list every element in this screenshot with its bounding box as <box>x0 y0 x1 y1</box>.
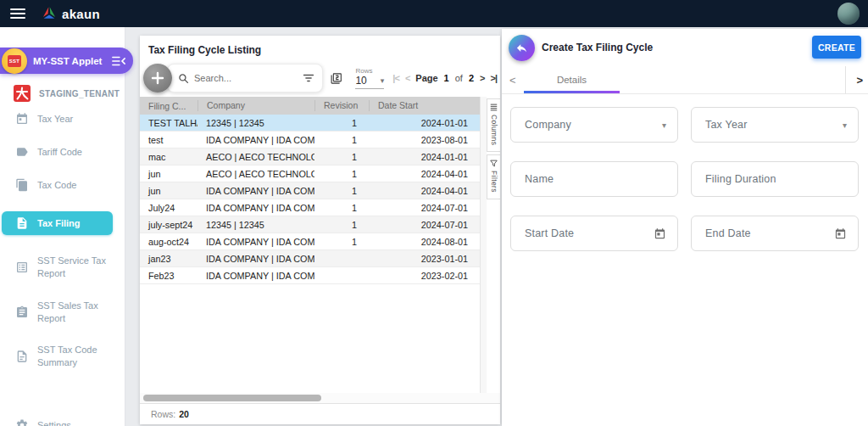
create-button[interactable]: CREATE <box>812 36 861 59</box>
filter-list-icon[interactable] <box>303 73 314 83</box>
sidebar-item-tax-year[interactable]: Tax Year <box>0 112 120 126</box>
filters-tab[interactable]: Filters <box>487 154 500 199</box>
active-tab-underline <box>524 91 620 93</box>
funnel-icon <box>490 160 498 167</box>
table-row[interactable]: Feb23 IDA COMPANY | IDA COMPA... 2023-02… <box>140 267 480 284</box>
table-row[interactable]: test IDA COMPANY | IDA COMPA... 1 2023-0… <box>140 132 480 149</box>
start-date-field[interactable]: Start Date <box>510 216 678 251</box>
table-row[interactable]: july-sept24 12345 | 12345 1 2024-07-01 <box>140 216 480 233</box>
calendar-icon[interactable] <box>834 227 847 240</box>
caret-down-icon: ▾ <box>381 76 385 85</box>
tax-year-select[interactable]: Tax Year ▾ <box>691 107 859 143</box>
collapse-sidebar-icon[interactable] <box>112 55 125 67</box>
table-header: Filing C... Company Revision Date Start <box>140 97 480 115</box>
prev-page-button[interactable]: < <box>405 73 409 83</box>
user-avatar[interactable] <box>837 3 860 25</box>
back-button[interactable] <box>509 35 535 61</box>
end-date-field[interactable]: End Date <box>691 216 859 251</box>
search-input[interactable] <box>194 73 303 83</box>
column-header-revision[interactable]: Revision <box>314 100 369 111</box>
cell-revision: 1 <box>314 203 369 213</box>
start-date-field-label: Start Date <box>525 227 654 239</box>
tabs-scroll-right-icon[interactable]: > <box>856 74 863 87</box>
table-row[interactable]: July24 IDA COMPANY | IDA COMPA... 1 2024… <box>140 199 480 216</box>
cell-filing: Feb23 <box>140 271 198 281</box>
sst-applet-icon: SST <box>2 48 27 74</box>
cell-filing: test <box>140 135 198 145</box>
filing-duration-field[interactable]: Filing Duration <box>691 161 859 197</box>
column-header-filing[interactable]: Filing C... <box>140 101 198 111</box>
cell-company: IDA COMPANY | IDA COMPA... <box>198 135 314 145</box>
horizontal-scrollbar[interactable] <box>140 393 500 403</box>
cell-company: IDA COMPANY | IDA COMPA... <box>198 237 314 247</box>
column-header-company[interactable]: Company <box>198 100 314 111</box>
next-page-button[interactable]: > <box>480 73 484 83</box>
name-field-label: Name <box>525 173 666 185</box>
horizontal-scrollbar-thumb[interactable] <box>143 395 321 401</box>
cell-company: 12345 | 12345 <box>198 118 314 128</box>
table-row[interactable]: jun IDA COMPANY | IDA COMPA... 1 2024-04… <box>140 182 480 199</box>
company-select-label: Company <box>525 119 662 131</box>
tenant-selector[interactable]: STAGING_TENANT <box>14 85 120 102</box>
settings-label: Settings <box>37 420 71 426</box>
panel-title: Create Tax Filing Cycle <box>542 42 653 53</box>
listing-toolbar: Rows 10 ▾ |< < Page 1 of 2 > >| <box>140 59 500 97</box>
table-row[interactable]: TEST TALHA 12345 | 12345 1 2024-01-01 <box>140 115 480 132</box>
sidebar-item-label: Tax Filing <box>37 217 81 230</box>
cell-date-start: 2023-02-01 <box>369 271 480 281</box>
sidebar-item-tariff-code[interactable]: Tariff Code <box>0 145 120 159</box>
detail-tab-strip: < Details > <box>502 66 868 94</box>
add-record-button[interactable] <box>143 64 172 92</box>
tab-details[interactable]: Details <box>524 66 620 93</box>
sidebar-item-settings[interactable]: Settings <box>15 418 71 426</box>
table-row[interactable]: mac AECO | AECO TECHNOLOGIE... 1 2024-01… <box>140 149 480 165</box>
search-icon <box>178 73 189 84</box>
sidebar-item-sst-sales-tax-report[interactable]: SST Sales Tax Report <box>0 300 120 325</box>
list-icon <box>15 261 29 274</box>
last-page-button[interactable]: >| <box>490 73 497 83</box>
clipboard-icon <box>15 305 29 319</box>
name-field[interactable]: Name <box>510 161 678 197</box>
rows-count-label: Rows: <box>151 409 175 419</box>
rows-per-page-select[interactable]: Rows 10 ▾ <box>355 67 384 89</box>
cell-date-start: 2024-04-01 <box>369 186 480 196</box>
sidebar-item-label: Tax Code <box>37 179 76 192</box>
first-page-button[interactable]: |< <box>392 73 399 83</box>
table-row[interactable]: jan23 IDA COMPANY | IDA COMPA... 2023-01… <box>140 250 480 267</box>
table-row[interactable]: aug-oct24 IDA COMPANY | IDA COMPA... 1 2… <box>140 233 480 250</box>
column-header-date-start[interactable]: Date Start <box>369 100 480 111</box>
table-row[interactable]: jun AECO | AECO TECHNOLOGIE... 1 2024-04… <box>140 165 480 182</box>
cell-filing: jun <box>140 186 198 196</box>
end-date-field-label: End Date <box>705 227 834 239</box>
sidebar-nav: Tax Year Tariff Code Tax Code Tax Filing… <box>0 112 120 389</box>
sidebar-item-sst-tax-code-summary[interactable]: SST Tax Code Summary <box>0 344 120 369</box>
columns-tab[interactable]: Columns <box>487 98 500 152</box>
tax-year-select-label: Tax Year <box>705 119 843 131</box>
menu-icon[interactable] <box>10 8 25 19</box>
cell-revision: 1 <box>314 152 369 162</box>
gear-icon <box>15 418 29 426</box>
calendar-icon[interactable] <box>654 227 666 240</box>
tenant-label: STAGING_TENANT <box>39 89 120 98</box>
cell-company: IDA COMPANY | IDA COMPA... <box>198 271 314 281</box>
cell-company: AECO | AECO TECHNOLOGIE... <box>198 169 314 179</box>
vertical-scrollbar[interactable] <box>480 97 487 393</box>
tabs-scroll-left-icon[interactable]: < <box>509 74 516 87</box>
applet-switcher[interactable]: SST MY-SST Applet <box>0 48 133 74</box>
cell-filing: mac <box>140 152 198 162</box>
cell-date-start: 2024-08-01 <box>369 237 480 247</box>
company-select[interactable]: Company ▾ <box>510 107 678 143</box>
table-body: TEST TALHA 12345 | 12345 1 2024-01-01 te… <box>140 115 480 284</box>
cell-company: IDA COMPANY | IDA COMPA... <box>198 254 314 264</box>
detail-form: Company ▾ Tax Year ▾ Name Filing Duratio… <box>502 94 868 251</box>
file-icon <box>15 350 29 363</box>
total-pages: 2 <box>469 73 474 83</box>
sidebar-item-label: SST Sales Tax Report <box>37 300 120 325</box>
cell-date-start: 2023-08-01 <box>369 135 480 145</box>
cell-filing: jun <box>140 169 198 179</box>
sidebar-item-sst-service-tax-report[interactable]: SST Service Tax Report <box>0 255 120 280</box>
cell-revision: 1 <box>314 186 369 196</box>
sidebar-item-tax-filing[interactable]: Tax Filing <box>2 211 113 235</box>
sidebar-item-tax-code[interactable]: Tax Code <box>0 178 120 192</box>
multi-view-2-icon[interactable] <box>331 70 342 87</box>
